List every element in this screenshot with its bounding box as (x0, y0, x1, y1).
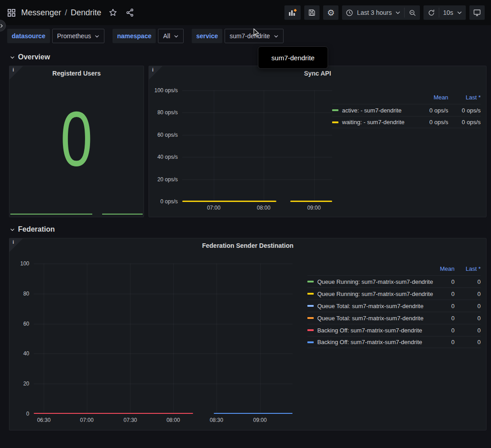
breadcrumb-current-page[interactable]: Dendrite (71, 8, 101, 18)
panel-info-corner[interactable] (9, 66, 23, 80)
panel-federation-sender-destination[interactable]: i Federation Sender Destination 100 80 6… (9, 238, 486, 430)
section-header-federation[interactable]: Federation (9, 217, 486, 238)
series-color-swatch[interactable] (307, 329, 314, 331)
gridline (34, 294, 293, 294)
legend-last-value: 0 (455, 339, 481, 345)
gridline (216, 264, 217, 414)
series-line-waiting (290, 201, 332, 202)
sync-api-chart[interactable]: 100 ops/s 80 ops/s 60 ops/s 40 ops/s 20 … (182, 90, 332, 202)
legend-series-label[interactable]: Queue Total: sum7-matrix-sum7-dendrite (317, 315, 434, 322)
chevron-down-icon (10, 227, 15, 232)
legend-column-mean[interactable]: Mean (416, 94, 448, 101)
breadcrumb-dashboard-title[interactable]: Messenger (21, 8, 61, 18)
series-color-swatch[interactable] (307, 281, 314, 282)
tooltip-text: sum7-dendrite (271, 54, 315, 62)
series-color-swatch[interactable] (332, 109, 338, 111)
refresh-interval-picker[interactable]: 10s (439, 5, 466, 20)
variable-service-label: service (192, 29, 222, 43)
y-axis-tick: 40 (23, 350, 29, 357)
series-color-swatch[interactable] (307, 317, 314, 319)
panel-title-registered-users[interactable]: Registerd Users (9, 66, 144, 81)
legend-last-value: 0 (455, 291, 481, 297)
breadcrumb-separator: / (65, 8, 67, 18)
refresh-button[interactable] (423, 5, 439, 20)
chevron-down-icon (95, 34, 99, 39)
dashboards-grid-icon[interactable] (7, 9, 16, 17)
legend-mean-value: 0 (434, 303, 455, 309)
series-color-swatch[interactable] (332, 121, 338, 123)
chevron-down-icon (457, 10, 462, 15)
gridline (173, 264, 174, 414)
time-range-picker[interactable]: Last 3 hours (342, 5, 404, 20)
legend-series-label[interactable]: Backing Off: sum7-matrix-sum7-dendrite (317, 339, 434, 345)
panel-info-corner[interactable] (9, 238, 23, 252)
legend-series-label[interactable]: Queue Running: sum7-matrix-sum7-dendrite (317, 291, 434, 297)
series-line-backing-off-blue (214, 413, 293, 414)
panel-sync-api[interactable]: i Sync API 100 ops/s 80 ops/s 60 ops/s 4… (149, 66, 486, 217)
sparkline-segment (10, 214, 92, 215)
variable-namespace: namespace All (113, 29, 184, 43)
variable-datasource-dropdown[interactable]: Prometheus (52, 29, 104, 43)
save-dashboard-button[interactable] (304, 5, 320, 20)
time-range-group: Last 3 hours (342, 5, 420, 20)
chevron-down-icon (10, 55, 15, 60)
y-axis-tick: 20 (23, 381, 29, 387)
legend-column-last[interactable]: Last * (448, 94, 481, 101)
legend-row: Queue Total: sum7-matrix-sum7-dendrite 0… (307, 300, 481, 312)
legend-mean-value: 0 (434, 278, 455, 285)
series-line-backing-off-red (34, 413, 193, 414)
legend-series-label[interactable]: Queue Running: sum7-matrix-sum7-dendrite (317, 278, 434, 285)
y-axis-tick: 20 ops/s (158, 176, 178, 183)
x-axis-tick: 07:30 (123, 417, 137, 423)
y-axis-tick: 60 (23, 321, 29, 327)
panel-info-corner[interactable] (149, 66, 162, 80)
legend-series-label[interactable]: Queue Total: sum7-matrix-sum7-dendrite (317, 303, 434, 309)
panel-registered-users[interactable]: i Registerd Users 0 (9, 66, 144, 217)
y-axis-tick: 60 ops/s (158, 132, 178, 138)
dashboard-settings-button[interactable]: ⚙ (323, 5, 338, 20)
gridline (182, 90, 332, 91)
legend-row: Queue Running: sum7-matrix-sum7-dendrite… (307, 287, 481, 300)
legend-column-mean[interactable]: Mean (434, 265, 455, 272)
panel-title-federation-sender[interactable]: Federation Sender Destination (9, 238, 486, 253)
cycle-view-mode-button[interactable] (469, 5, 485, 20)
y-axis-tick: 80 ops/s (158, 109, 178, 116)
mouse-cursor (253, 28, 260, 40)
add-panel-button[interactable] (284, 5, 301, 20)
share-icon[interactable] (126, 8, 135, 17)
y-axis-tick: 0 (26, 411, 29, 417)
series-color-swatch[interactable] (307, 341, 314, 343)
zoom-out-time-button[interactable] (405, 5, 420, 20)
legend-mean-value: 0 ops/s (416, 119, 448, 125)
x-axis-tick: 08:00 (257, 205, 270, 211)
gridline (34, 324, 293, 324)
x-axis-tick: 09:00 (253, 417, 267, 423)
legend-mean-value: 0 (434, 291, 455, 297)
legend-series-label[interactable]: Backing Off: sum7-matrix-sum7-dendrite (317, 327, 434, 334)
breadcrumb: Messenger / Dendrite (21, 8, 101, 18)
legend-column-last[interactable]: Last * (455, 265, 481, 272)
gear-icon: ⚙ (327, 9, 335, 17)
federation-chart[interactable]: 100 80 60 40 20 0 (34, 264, 300, 414)
variable-namespace-dropdown[interactable]: All (158, 29, 184, 43)
legend-series-label[interactable]: active: - sum7-dendrite (342, 107, 416, 114)
series-color-swatch[interactable] (307, 305, 314, 307)
section-header-overview[interactable]: Overview (9, 48, 486, 66)
favorite-star-icon[interactable] (108, 8, 117, 17)
federation-legend: Mean Last * Queue Running: sum7-matrix-s… (307, 264, 481, 414)
series-color-swatch[interactable] (307, 293, 314, 295)
info-icon: i (13, 239, 14, 245)
gridline (214, 90, 214, 202)
gridline (264, 90, 264, 202)
add-panel-icon (288, 8, 297, 17)
variable-datasource: datasource Prometheus (7, 29, 104, 43)
legend-row: waiting: - sum7-dendrite 0 ops/s 0 ops/s (332, 116, 481, 128)
save-floppy-icon (308, 9, 316, 17)
gridline (314, 90, 315, 202)
chevron-down-icon (395, 10, 401, 15)
gridline (34, 384, 293, 384)
zoom-out-icon (409, 9, 416, 17)
x-axis-tick: 08:00 (167, 417, 180, 423)
legend-series-label[interactable]: waiting: - sum7-dendrite (342, 119, 416, 125)
stat-value: 0 (27, 100, 126, 177)
